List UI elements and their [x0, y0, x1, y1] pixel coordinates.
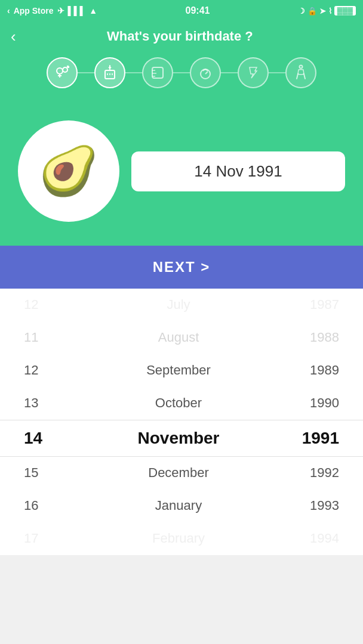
time-label: 09:41 — [186, 5, 210, 16]
picker-day: 15 — [24, 465, 66, 481]
svg-point-18 — [300, 66, 303, 69]
step-line-1 — [78, 72, 94, 73]
step-4-weight[interactable] — [190, 57, 221, 88]
step-line-5 — [269, 72, 285, 73]
page-title: What's your birthdate ? — [24, 29, 352, 44]
picker-day: 14 — [24, 429, 66, 448]
picker-month: December — [131, 465, 226, 481]
picker-year: 1992 — [291, 465, 339, 481]
picker-year: 1990 — [291, 395, 339, 411]
signal-icon: ▌▌▌ — [68, 6, 86, 16]
svg-line-17 — [205, 72, 208, 74]
svg-point-0 — [57, 68, 63, 74]
picker-month: January — [131, 498, 226, 513]
step-6-activity[interactable] — [285, 57, 316, 88]
status-left: ‹ App Store ✈ ▌▌▌ ▲ — [7, 6, 97, 16]
picker-row[interactable]: 14 November 1991 — [0, 420, 363, 457]
picker-year: 1988 — [291, 330, 339, 345]
avatar-circle: 🥑 — [18, 120, 119, 222]
picker-row[interactable]: 17 February 1994 — [0, 522, 363, 555]
picker-year: 1987 — [291, 297, 339, 312]
picker-day: 16 — [24, 498, 66, 513]
back-arrow-icon: ‹ — [7, 6, 10, 16]
next-button[interactable]: NEXT > — [0, 246, 363, 289]
moon-icon: ☽ — [298, 7, 305, 16]
main-content-section: 🥑 14 Nov 1991 — [0, 103, 363, 246]
picker-day: 13 — [24, 395, 66, 411]
step-3-height[interactable] — [142, 57, 173, 88]
status-right: ☽ 🔒 ➤ ⌇ ▓▓▓ — [298, 6, 356, 16]
picker-month: February — [131, 531, 226, 546]
picker-month: September — [131, 363, 226, 378]
bluetooth-icon: ⌇ — [328, 7, 332, 16]
svg-point-3 — [63, 67, 67, 72]
step-line-2 — [125, 72, 142, 73]
back-button[interactable]: ‹ — [11, 29, 16, 44]
picker-year: 1994 — [291, 531, 339, 546]
picker-year: 1991 — [291, 429, 339, 448]
step-line-4 — [221, 72, 238, 73]
picker-row[interactable]: 16 January 1993 — [0, 490, 363, 522]
avocado-mascot: 🥑 — [39, 147, 99, 195]
header: ‹ What's your birthdate ? — [0, 21, 363, 51]
picker-row[interactable]: 12 September 1989 — [0, 354, 363, 387]
picker-day: 12 — [24, 363, 66, 378]
picker-row[interactable]: 15 December 1992 — [0, 457, 363, 490]
plane-icon: ✈ — [57, 6, 64, 16]
picker-row[interactable]: 11 August 1988 — [0, 321, 363, 354]
picker-day: 12 — [24, 297, 66, 312]
status-bar: ‹ App Store ✈ ▌▌▌ ▲ 09:41 ☽ 🔒 ➤ ⌇ ▓▓▓ — [0, 0, 363, 21]
wifi-icon: ▲ — [89, 6, 97, 16]
step-5-goal[interactable] — [238, 57, 269, 88]
picker-year: 1989 — [291, 363, 339, 378]
step-2-birthday[interactable] — [94, 57, 125, 88]
picker-year: 1993 — [291, 498, 339, 513]
location-icon: ➤ — [319, 7, 326, 16]
picker-row[interactable]: 12 July 1987 — [0, 289, 363, 321]
picker-row[interactable]: 13 October 1990 — [0, 387, 363, 420]
picker-day: 11 — [24, 330, 66, 345]
date-picker[interactable]: 12 July 1987 11 August 1988 12 September… — [0, 289, 363, 555]
progress-steps — [0, 51, 363, 103]
selected-date-display: 14 Nov 1991 — [131, 151, 345, 191]
app-store-label: App Store — [14, 6, 54, 16]
battery-icon: ▓▓▓ — [334, 6, 356, 16]
picker-month: November — [131, 429, 226, 448]
picker-month: August — [131, 330, 226, 345]
step-line-3 — [173, 72, 190, 73]
picker-day: 17 — [24, 531, 66, 546]
picker-month: October — [131, 395, 226, 411]
picker-month: July — [131, 297, 226, 312]
lock-icon: 🔒 — [307, 7, 317, 16]
step-1-gender[interactable] — [47, 57, 78, 88]
